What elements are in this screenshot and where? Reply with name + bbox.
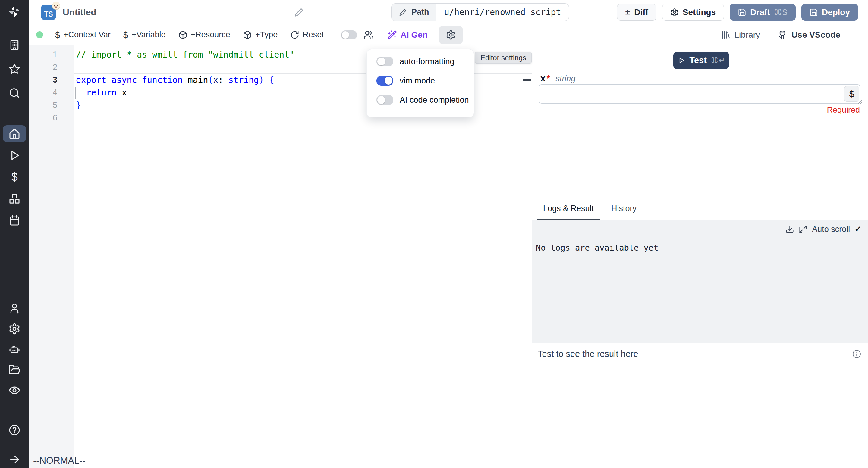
help-icon xyxy=(8,424,21,436)
sidebar-item-runs[interactable] xyxy=(3,147,26,164)
result-area: Test to see the result here xyxy=(532,343,868,468)
add-type-button[interactable]: +Type xyxy=(243,30,278,39)
line-number: 3 xyxy=(29,75,74,85)
editor-settings-tooltip: Editor settings xyxy=(475,52,532,64)
refresh-icon xyxy=(290,30,299,39)
sidebar-item-settings[interactable] xyxy=(3,321,26,337)
sidebar-group-top xyxy=(3,36,26,101)
result-tabs: Logs & Result History xyxy=(532,197,868,220)
sidebar-item-home[interactable] xyxy=(3,125,26,142)
sidebar-item-folders[interactable] xyxy=(3,361,26,378)
draft-button[interactable]: Draft ⌘S xyxy=(730,4,795,21)
multiplayer-toggle[interactable] xyxy=(341,30,357,39)
sidebar-item-variables[interactable]: $ xyxy=(3,169,26,186)
menu-item-vim-mode[interactable]: vim mode xyxy=(367,71,474,90)
code-text: // import * as wmill from "windmill-clie… xyxy=(74,50,294,60)
ai-code-completion-toggle[interactable] xyxy=(376,95,393,105)
edit-title-pencil-icon[interactable] xyxy=(294,7,304,18)
package-icon xyxy=(179,30,187,39)
page-title: Untitled xyxy=(63,7,96,18)
sidebar-group-bottom xyxy=(3,422,26,468)
cubes-icon xyxy=(8,193,21,205)
language-badge: TS xyxy=(41,5,56,20)
sidebar: $ xyxy=(0,0,29,468)
test-shortcut: ⌘↵ xyxy=(711,56,725,65)
result-placeholder: Test to see the result here xyxy=(538,349,638,359)
toggle-knob xyxy=(377,58,385,65)
check-icon[interactable]: ✓ xyxy=(855,224,861,234)
reset-button[interactable]: Reset xyxy=(290,30,324,39)
sidebar-expand-button[interactable] xyxy=(3,451,26,468)
windmill-logo[interactable] xyxy=(0,0,29,23)
arrow-right-icon xyxy=(8,454,21,466)
line-number: 6 xyxy=(29,113,74,123)
sidebar-item-workers[interactable] xyxy=(3,341,26,358)
windmill-app: $ TS Untitled xyxy=(0,0,868,468)
no-logs-message: No logs are available yet xyxy=(536,243,861,253)
save-icon xyxy=(809,8,818,16)
sidebar-item-users[interactable] xyxy=(3,300,26,317)
dollar-icon: $ xyxy=(11,171,18,184)
toggle-knob xyxy=(342,31,349,38)
add-resource-button[interactable]: +Resource xyxy=(179,30,230,39)
add-variable-button[interactable]: $ +Variable xyxy=(123,30,166,40)
gear-icon xyxy=(670,8,679,16)
sidebar-item-workspace[interactable] xyxy=(3,36,26,53)
library-button[interactable]: Library xyxy=(721,30,761,40)
tab-history[interactable]: History xyxy=(605,197,643,220)
path-label: Path xyxy=(411,7,429,17)
ai-gen-button[interactable]: AI Gen xyxy=(387,30,428,40)
editor-toolbar: $ +Context Var $ +Variable +Resource +Ty… xyxy=(29,24,868,45)
indent-guide xyxy=(75,87,76,99)
sidebar-item-help[interactable] xyxy=(3,422,26,438)
pencil-icon xyxy=(399,8,407,16)
use-vscode-button[interactable]: Use VScode xyxy=(778,30,840,40)
sidebar-item-audit-logs[interactable] xyxy=(3,382,26,399)
required-marker: * xyxy=(547,73,550,83)
arg-x-input[interactable] xyxy=(538,84,861,104)
test-button[interactable]: Test ⌘↵ xyxy=(673,52,729,69)
menu-item-auto-formatting[interactable]: auto-formatting xyxy=(367,52,474,71)
play-icon xyxy=(677,56,685,64)
diff-button[interactable]: ± Diff xyxy=(617,4,656,21)
menu-item-ai-code-completion[interactable]: AI code completion xyxy=(367,90,474,110)
sidebar-item-resources[interactable] xyxy=(3,190,26,207)
windmill-logo-icon xyxy=(7,4,22,19)
add-context-var-button[interactable]: $ +Context Var xyxy=(55,30,111,40)
arg-label: x * string xyxy=(540,73,575,83)
sidebar-item-search[interactable] xyxy=(3,85,26,101)
resize-grip[interactable] xyxy=(858,100,863,105)
editor-settings-button[interactable] xyxy=(439,26,463,44)
sidebar-item-schedules[interactable] xyxy=(3,212,26,229)
arg-type: string xyxy=(555,74,575,83)
path-field[interactable]: Path u/henri/renowned_script xyxy=(391,3,569,21)
tab-logs-result[interactable]: Logs & Result xyxy=(537,197,600,220)
auto-scroll-label[interactable]: Auto scroll xyxy=(812,225,850,234)
insert-variable-button[interactable]: $ xyxy=(844,86,859,102)
face-emoji-badge xyxy=(51,1,61,10)
octocat-icon xyxy=(778,30,787,40)
gear-icon xyxy=(446,30,456,40)
search-icon xyxy=(8,87,21,99)
user-icon xyxy=(8,302,21,314)
topbar-actions: ± Diff Settings Draft ⌘S Deploy xyxy=(617,4,858,21)
arg-input-wrap: $ xyxy=(538,84,861,104)
building-icon xyxy=(8,39,21,51)
package-icon xyxy=(243,30,252,39)
settings-button[interactable]: Settings xyxy=(662,4,724,21)
vim-status: --NORMAL-- xyxy=(33,455,86,466)
deploy-button[interactable]: Deploy xyxy=(801,4,858,21)
info-icon[interactable] xyxy=(852,349,861,359)
toolbar-right: Library Use VScode xyxy=(721,30,868,40)
library-icon xyxy=(721,30,730,40)
code-text: return x xyxy=(74,88,127,98)
topbar: TS Untitled Path u/henri/renowned_script… xyxy=(29,0,868,24)
auto-formatting-toggle[interactable] xyxy=(376,57,393,66)
test-section: Test ⌘↵ x * string $ Required xyxy=(532,45,868,197)
sidebar-item-favorites[interactable] xyxy=(3,61,26,77)
users-icon[interactable] xyxy=(363,30,374,40)
vim-mode-toggle[interactable] xyxy=(376,76,393,86)
expand-logs-icon[interactable] xyxy=(799,225,807,234)
download-logs-icon[interactable] xyxy=(785,225,794,234)
log-panel: Auto scroll ✓ No logs are available yet xyxy=(532,220,868,343)
